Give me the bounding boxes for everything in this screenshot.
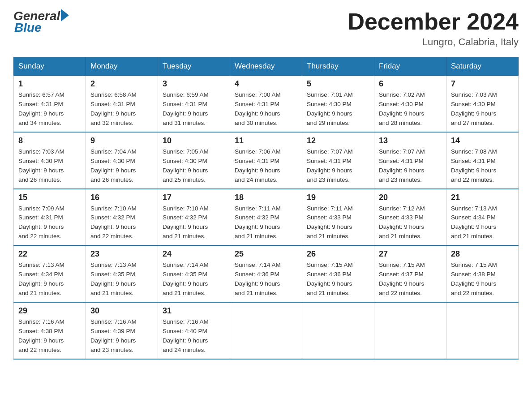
- day-info: Sunrise: 7:10 AMSunset: 4:32 PMDaylight:…: [90, 205, 137, 240]
- day-info: Sunrise: 7:16 AMSunset: 4:40 PMDaylight:…: [163, 318, 209, 353]
- day-number: 18: [235, 193, 297, 202]
- calendar-cell: 9 Sunrise: 7:04 AMSunset: 4:30 PMDayligh…: [86, 132, 158, 189]
- day-number: 31: [163, 306, 225, 316]
- calendar-cell: 31 Sunrise: 7:16 AMSunset: 4:40 PMDaylig…: [158, 302, 230, 359]
- logo: General Blue: [13, 9, 69, 35]
- day-number: 19: [307, 193, 369, 202]
- calendar-cell: [230, 302, 302, 359]
- calendar-week-row: 29 Sunrise: 7:16 AMSunset: 4:38 PMDaylig…: [14, 302, 519, 359]
- calendar-cell: [446, 302, 519, 359]
- calendar-header-sunday: Sunday: [14, 57, 86, 76]
- month-title: December 2024: [348, 9, 519, 34]
- day-info: Sunrise: 7:11 AMSunset: 4:33 PMDaylight:…: [307, 205, 353, 240]
- day-info: Sunrise: 7:13 AMSunset: 4:35 PMDaylight:…: [90, 261, 137, 296]
- calendar-cell: 7 Sunrise: 7:03 AMSunset: 4:30 PMDayligh…: [446, 76, 519, 132]
- day-info: Sunrise: 7:16 AMSunset: 4:38 PMDaylight:…: [18, 318, 64, 353]
- day-number: 29: [18, 306, 81, 316]
- day-number: 10: [163, 136, 225, 146]
- day-number: 8: [18, 136, 81, 146]
- day-info: Sunrise: 6:57 AMSunset: 4:31 PMDaylight:…: [18, 91, 64, 126]
- calendar-cell: 20 Sunrise: 7:12 AMSunset: 4:33 PMDaylig…: [374, 189, 446, 246]
- day-info: Sunrise: 7:02 AMSunset: 4:30 PMDaylight:…: [379, 91, 425, 126]
- day-info: Sunrise: 7:15 AMSunset: 4:36 PMDaylight:…: [307, 261, 353, 296]
- day-info: Sunrise: 7:08 AMSunset: 4:31 PMDaylight:…: [451, 148, 497, 183]
- calendar-cell: 1 Sunrise: 6:57 AMSunset: 4:31 PMDayligh…: [14, 76, 86, 132]
- calendar-table: SundayMondayTuesdayWednesdayThursdayFrid…: [13, 57, 519, 359]
- day-number: 2: [90, 79, 153, 89]
- calendar-cell: 29 Sunrise: 7:16 AMSunset: 4:38 PMDaylig…: [14, 302, 86, 359]
- day-info: Sunrise: 7:00 AMSunset: 4:31 PMDaylight:…: [235, 91, 281, 126]
- calendar-cell: 28 Sunrise: 7:15 AMSunset: 4:38 PMDaylig…: [446, 245, 519, 302]
- calendar-cell: 10 Sunrise: 7:05 AMSunset: 4:30 PMDaylig…: [158, 132, 230, 189]
- calendar-cell: 13 Sunrise: 7:07 AMSunset: 4:31 PMDaylig…: [374, 132, 446, 189]
- calendar-cell: 4 Sunrise: 7:00 AMSunset: 4:31 PMDayligh…: [230, 76, 302, 132]
- day-number: 24: [163, 249, 225, 259]
- day-number: 14: [451, 136, 514, 146]
- day-number: 26: [307, 249, 369, 259]
- location-text: Lungro, Calabria, Italy: [348, 36, 519, 48]
- day-number: 23: [90, 249, 153, 259]
- day-number: 17: [163, 193, 225, 202]
- day-info: Sunrise: 7:07 AMSunset: 4:31 PMDaylight:…: [379, 148, 425, 183]
- calendar-cell: 11 Sunrise: 7:06 AMSunset: 4:31 PMDaylig…: [230, 132, 302, 189]
- day-number: 5: [307, 79, 369, 89]
- day-info: Sunrise: 7:13 AMSunset: 4:34 PMDaylight:…: [451, 205, 497, 240]
- day-number: 21: [451, 193, 514, 202]
- calendar-header-saturday: Saturday: [446, 57, 519, 76]
- calendar-header-monday: Monday: [86, 57, 158, 76]
- day-number: 15: [18, 193, 81, 202]
- day-number: 27: [379, 249, 442, 259]
- day-info: Sunrise: 7:09 AMSunset: 4:31 PMDaylight:…: [18, 205, 64, 240]
- calendar-cell: 8 Sunrise: 7:03 AMSunset: 4:30 PMDayligh…: [14, 132, 86, 189]
- day-info: Sunrise: 7:04 AMSunset: 4:30 PMDaylight:…: [90, 148, 137, 183]
- title-block: December 2024 Lungro, Calabria, Italy: [348, 9, 519, 48]
- day-info: Sunrise: 7:05 AMSunset: 4:30 PMDaylight:…: [163, 148, 209, 183]
- day-number: 7: [451, 79, 514, 89]
- day-number: 4: [235, 79, 297, 89]
- calendar-cell: [302, 302, 374, 359]
- calendar-cell: 17 Sunrise: 7:10 AMSunset: 4:32 PMDaylig…: [158, 189, 230, 246]
- calendar-cell: 21 Sunrise: 7:13 AMSunset: 4:34 PMDaylig…: [446, 189, 519, 246]
- day-info: Sunrise: 7:13 AMSunset: 4:34 PMDaylight:…: [18, 261, 64, 296]
- calendar-header-friday: Friday: [374, 57, 446, 76]
- day-number: 13: [379, 136, 442, 146]
- day-number: 3: [163, 79, 225, 89]
- logo-arrow-icon: [61, 9, 69, 21]
- day-info: Sunrise: 7:03 AMSunset: 4:30 PMDaylight:…: [451, 91, 497, 126]
- day-info: Sunrise: 7:06 AMSunset: 4:31 PMDaylight:…: [235, 148, 281, 183]
- day-info: Sunrise: 7:10 AMSunset: 4:32 PMDaylight:…: [163, 205, 209, 240]
- day-info: Sunrise: 7:15 AMSunset: 4:38 PMDaylight:…: [451, 261, 497, 296]
- day-number: 28: [451, 249, 514, 259]
- calendar-week-row: 1 Sunrise: 6:57 AMSunset: 4:31 PMDayligh…: [14, 76, 519, 132]
- day-info: Sunrise: 7:16 AMSunset: 4:39 PMDaylight:…: [90, 318, 137, 353]
- calendar-cell: 27 Sunrise: 7:15 AMSunset: 4:37 PMDaylig…: [374, 245, 446, 302]
- day-info: Sunrise: 7:03 AMSunset: 4:30 PMDaylight:…: [18, 148, 64, 183]
- day-info: Sunrise: 7:11 AMSunset: 4:32 PMDaylight:…: [235, 205, 281, 240]
- day-number: 25: [235, 249, 297, 259]
- day-info: Sunrise: 7:01 AMSunset: 4:30 PMDaylight:…: [307, 91, 353, 126]
- logo-blue-text: Blue: [13, 21, 42, 35]
- calendar-header-row: SundayMondayTuesdayWednesdayThursdayFrid…: [14, 57, 519, 76]
- calendar-cell: 5 Sunrise: 7:01 AMSunset: 4:30 PMDayligh…: [302, 76, 374, 132]
- calendar-cell: 30 Sunrise: 7:16 AMSunset: 4:39 PMDaylig…: [86, 302, 158, 359]
- calendar-cell: 19 Sunrise: 7:11 AMSunset: 4:33 PMDaylig…: [302, 189, 374, 246]
- calendar-cell: 2 Sunrise: 6:58 AMSunset: 4:31 PMDayligh…: [86, 76, 158, 132]
- calendar-cell: 3 Sunrise: 6:59 AMSunset: 4:31 PMDayligh…: [158, 76, 230, 132]
- calendar-cell: 12 Sunrise: 7:07 AMSunset: 4:31 PMDaylig…: [302, 132, 374, 189]
- day-number: 1: [18, 79, 81, 89]
- day-info: Sunrise: 6:58 AMSunset: 4:31 PMDaylight:…: [90, 91, 137, 126]
- day-info: Sunrise: 7:14 AMSunset: 4:35 PMDaylight:…: [163, 261, 209, 296]
- calendar-cell: 23 Sunrise: 7:13 AMSunset: 4:35 PMDaylig…: [86, 245, 158, 302]
- calendar-week-row: 22 Sunrise: 7:13 AMSunset: 4:34 PMDaylig…: [14, 245, 519, 302]
- day-number: 6: [379, 79, 442, 89]
- calendar-cell: 14 Sunrise: 7:08 AMSunset: 4:31 PMDaylig…: [446, 132, 519, 189]
- calendar-header-tuesday: Tuesday: [158, 57, 230, 76]
- day-info: Sunrise: 7:12 AMSunset: 4:33 PMDaylight:…: [379, 205, 425, 240]
- day-info: Sunrise: 6:59 AMSunset: 4:31 PMDaylight:…: [163, 91, 209, 126]
- day-info: Sunrise: 7:14 AMSunset: 4:36 PMDaylight:…: [235, 261, 281, 296]
- page-header: General Blue December 2024 Lungro, Calab…: [13, 9, 519, 48]
- day-number: 11: [235, 136, 297, 146]
- day-number: 22: [18, 249, 81, 259]
- day-number: 16: [90, 193, 153, 202]
- calendar-header-wednesday: Wednesday: [230, 57, 302, 76]
